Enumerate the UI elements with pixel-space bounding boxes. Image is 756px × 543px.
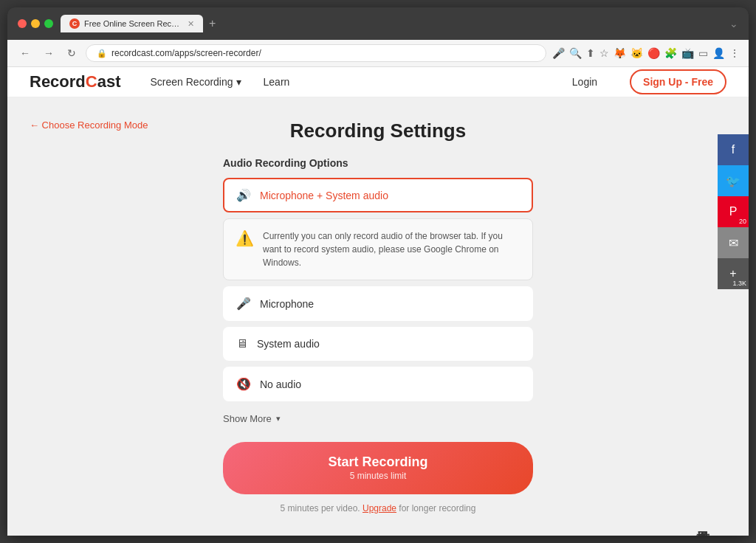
lock-icon: 🔒: [97, 49, 107, 58]
toolbar-icons: 🎤 🔍 ⬆ ☆ 🦊 🐱 🔴 🧩 📺 ▭ 👤 ⋮: [552, 47, 740, 59]
sidebar-icon[interactable]: ▭: [698, 47, 708, 59]
upgrade-note-prefix: 5 minutes per video.: [281, 503, 360, 513]
extensions-icon2[interactable]: 🐱: [630, 47, 643, 59]
refresh-button[interactable]: ↻: [63, 45, 80, 61]
upgrade-note-suffix: for longer recording: [399, 503, 475, 513]
mute-icon: 🔇: [236, 377, 251, 391]
browser-window: C Free Online Screen Recor... ✕ + ⌄ ← → …: [7, 7, 749, 536]
window-chevron-icon[interactable]: ⌄: [729, 18, 738, 30]
show-more-label: Show More: [223, 413, 272, 424]
back-link[interactable]: ← Choose Recording Mode: [30, 120, 148, 131]
audio-option-system[interactable]: 🖥 System audio: [223, 327, 533, 361]
minimize-window-button[interactable]: [31, 19, 40, 28]
new-tab-button[interactable]: +: [209, 17, 216, 30]
tab-title: Free Online Screen Recor...: [84, 19, 180, 28]
chevron-down-icon: ▾: [276, 414, 281, 423]
page: RecordCast Screen Recording ▾ Learn Logi…: [7, 67, 749, 536]
cast-icon[interactable]: 📺: [681, 47, 694, 59]
pinterest-share-button[interactable]: P 20: [718, 196, 749, 227]
traffic-lights: [18, 19, 53, 28]
tab-favicon: C: [69, 18, 80, 29]
microphone-icon: 🎤: [236, 297, 251, 311]
audio-option-microphone[interactable]: 🎤 Microphone: [223, 286, 533, 321]
logo-text-record: Record: [30, 72, 86, 91]
tab-close-button[interactable]: ✕: [188, 19, 194, 29]
site-nav: RecordCast Screen Recording ▾ Learn Logi…: [7, 67, 749, 97]
facebook-share-button[interactable]: f: [718, 134, 749, 165]
url-text: recordcast.com/apps/screen-recorder/: [111, 48, 535, 58]
audio-option-mic-system[interactable]: 🔊 Microphone + System audio: [223, 178, 533, 212]
upgrade-link[interactable]: Upgrade: [362, 503, 396, 513]
warning-text: Currently you can only record audio of t…: [263, 229, 520, 269]
back-button[interactable]: ←: [16, 45, 34, 61]
plus-icon: +: [729, 267, 736, 280]
forward-button[interactable]: →: [40, 45, 58, 61]
nav-learn-label: Learn: [264, 76, 290, 88]
settings-panel: Recording Settings Audio Recording Optio…: [223, 120, 533, 513]
nav-screen-recording[interactable]: Screen Recording ▾: [150, 76, 241, 88]
start-recording-sublabel: 5 minutes limit: [235, 471, 521, 483]
logo-c: C: [86, 72, 97, 91]
nav-screen-recording-label: Screen Recording: [150, 76, 233, 88]
facebook-icon: f: [732, 143, 735, 156]
maximize-window-button[interactable]: [44, 19, 53, 28]
email-share-button[interactable]: ✉: [718, 227, 749, 258]
audio-option-system-label: System audio: [257, 338, 320, 350]
show-more-button[interactable]: Show More ▾: [223, 407, 533, 430]
search-toolbar-icon[interactable]: 🔍: [569, 47, 582, 59]
extensions-icon3[interactable]: 🔴: [647, 47, 660, 59]
login-button[interactable]: Login: [562, 72, 608, 92]
nav-learn[interactable]: Learn: [264, 76, 290, 88]
menu-icon[interactable]: ⋮: [729, 47, 740, 59]
email-icon: ✉: [729, 236, 738, 250]
start-recording-button[interactable]: Start Recording 5 minutes limit: [223, 442, 533, 494]
twitter-icon: 🐦: [726, 174, 740, 188]
upgrade-note: 5 minutes per video. Upgrade for longer …: [223, 503, 533, 513]
start-recording-label: Start Recording: [328, 454, 427, 469]
nav-screen-recording-arrow: ▾: [236, 76, 241, 88]
address-bar[interactable]: 🔒 recordcast.com/apps/screen-recorder/: [86, 44, 546, 62]
site-logo: RecordCast: [30, 72, 120, 91]
browser-toolbar: ← → ↻ 🔒 recordcast.com/apps/screen-recor…: [7, 40, 749, 67]
extensions-icon1[interactable]: 🦊: [614, 47, 626, 59]
social-sidebar: f 🐦 P 20 ✉ + 1.3K: [718, 134, 749, 289]
audio-option-mic-system-label: Microphone + System audio: [260, 190, 388, 201]
warning-box: ⚠️ Currently you can only record audio o…: [223, 218, 533, 280]
audio-option-microphone-label: Microphone: [260, 298, 314, 310]
page-title: Recording Settings: [223, 120, 533, 142]
tab-bar: C Free Online Screen Recor... ✕ +: [61, 15, 722, 32]
pinterest-icon: P: [729, 205, 738, 218]
audio-option-no-audio-label: No audio: [260, 378, 301, 390]
warning-icon: ⚠️: [236, 229, 254, 269]
extensions-icon4[interactable]: 🧩: [664, 47, 677, 59]
logo-text-ast: ast: [97, 72, 121, 91]
plus-count: 1.3K: [732, 280, 746, 287]
close-window-button[interactable]: [18, 19, 27, 28]
speaker-icon: 🔊: [236, 188, 251, 202]
pinterest-count: 20: [739, 218, 746, 225]
twitter-share-button[interactable]: 🐦: [718, 165, 749, 196]
microphone-toolbar-icon[interactable]: 🎤: [552, 47, 565, 59]
bookmark-toolbar-icon[interactable]: ☆: [599, 47, 609, 59]
share-toolbar-icon[interactable]: ⬆: [586, 47, 595, 59]
monitor-icon: 🖥: [236, 337, 248, 350]
more-share-button[interactable]: + 1.3K: [718, 258, 749, 289]
audio-section-label: Audio Recording Options: [223, 157, 533, 169]
profile-icon[interactable]: 👤: [712, 47, 725, 59]
main-content: ← Choose Recording Mode Recording Settin…: [7, 97, 749, 536]
browser-titlebar: C Free Online Screen Recor... ✕ + ⌄: [7, 7, 749, 40]
audio-option-no-audio[interactable]: 🔇 No audio: [223, 367, 533, 401]
signup-button[interactable]: Sign Up - Free: [630, 69, 726, 94]
window-controls: ⌄: [729, 18, 738, 30]
active-tab[interactable]: C Free Online Screen Recor... ✕: [61, 15, 203, 32]
